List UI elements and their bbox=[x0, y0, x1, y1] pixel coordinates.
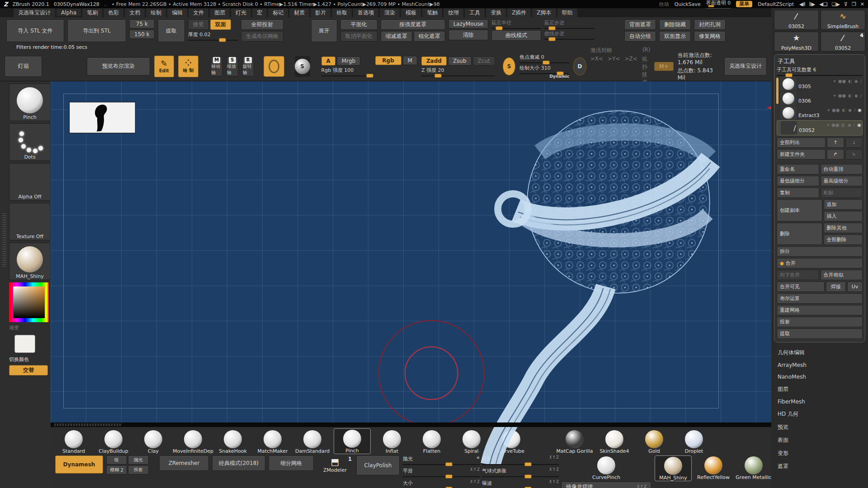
move-out-button[interactable]: ↱ bbox=[827, 149, 844, 160]
polypaint-icon[interactable]: ●● bbox=[838, 79, 846, 84]
difference-icon[interactable]: ◐ bbox=[841, 122, 845, 127]
menu-item[interactable]: 渲染 bbox=[380, 9, 400, 17]
menu-item[interactable]: 纹理 bbox=[443, 9, 463, 17]
subtool-thumbnail[interactable] bbox=[780, 77, 797, 91]
subtool-row-icons[interactable]: ▾ ●● ◐ ◆ ∕ bbox=[798, 93, 862, 98]
polypaint-icon[interactable]: ●● bbox=[831, 122, 839, 127]
activate-symmetry-button[interactable]: 激活对称 bbox=[590, 47, 612, 54]
ui-transparency-slider[interactable]: 界面透明 0 bbox=[706, 0, 731, 9]
union-icon[interactable]: ◆ bbox=[848, 122, 851, 127]
project-button[interactable]: 投射 bbox=[128, 465, 149, 474]
union-icon[interactable]: ◆ bbox=[854, 79, 858, 84]
difference-icon[interactable]: ◐ bbox=[842, 108, 846, 113]
polypaint-icon[interactable]: ●● bbox=[832, 108, 840, 113]
subtract-icon[interactable]: ∕ bbox=[860, 79, 862, 84]
lowest-subdiv-button[interactable]: 最低级细分 bbox=[777, 176, 819, 186]
subtract-icon[interactable]: ∕ bbox=[854, 108, 855, 113]
deformation-slider[interactable]: 噪波X Y Z bbox=[482, 480, 559, 488]
fold-icon[interactable]: ▾ bbox=[834, 79, 836, 84]
next-doc-icon[interactable]: ❏▶ bbox=[832, 1, 840, 7]
mirror-and-weld-button[interactable]: 镜像并焊接 X Y Z bbox=[561, 482, 651, 488]
edit-button[interactable]: ✎ Edit bbox=[154, 56, 174, 77]
draw-size-slider[interactable]: 绘制大小 310 Dynamic bbox=[519, 65, 569, 79]
double-sided-button[interactable]: 双面 bbox=[210, 19, 231, 30]
menu-item[interactable]: 标记 bbox=[268, 9, 288, 17]
new-folder-button[interactable]: 新建文件夹 bbox=[777, 149, 826, 160]
menu-item[interactable]: 材质 bbox=[289, 9, 309, 17]
menu-item[interactable]: 模板 bbox=[401, 9, 421, 17]
move-up-button[interactable]: ↑ bbox=[827, 137, 844, 148]
thickness-slider[interactable]: 厚度 0.02 bbox=[188, 31, 238, 41]
merge-button[interactable]: ●合并 bbox=[777, 258, 863, 268]
subtool-row-icons[interactable]: ▾ ●● ◐ ◆ ∕ bbox=[798, 79, 862, 84]
eye-icon[interactable]: ◉ bbox=[857, 122, 861, 127]
merge-visible-button[interactable]: 合并可见 bbox=[777, 282, 825, 292]
subtool-scrollbar[interactable] bbox=[776, 78, 778, 104]
menu-item[interactable]: 色彩 bbox=[104, 9, 123, 17]
eye-icon[interactable]: ◉ bbox=[858, 108, 862, 113]
menu-item[interactable]: 变换 bbox=[486, 9, 506, 17]
menu-item[interactable]: 文件 bbox=[189, 9, 208, 17]
delete-hidden-button[interactable]: 删除隐藏 bbox=[659, 19, 691, 30]
left-tray-toggle-icon[interactable]: ◀⫴ bbox=[799, 1, 805, 7]
deformation-slider[interactable]: 气球式膨胀X Y Z bbox=[482, 468, 559, 477]
color-picker[interactable] bbox=[9, 282, 49, 322]
copy-button[interactable]: 复制 bbox=[777, 188, 819, 198]
rgb-intensity-slider[interactable]: Rgb 强度 100 bbox=[321, 67, 371, 76]
difference-icon[interactable]: ◐ bbox=[848, 79, 852, 84]
rotate-button[interactable]: R 旋转轴 bbox=[242, 56, 254, 76]
menu-item[interactable]: 文档 bbox=[125, 9, 145, 17]
blur-slider[interactable]: 模糊 2 bbox=[106, 465, 127, 474]
subtool-row[interactable]: ▾ ●● ◐ ◆ ∕ ◉ Extract3 bbox=[777, 106, 863, 120]
merge-down-button[interactable]: 向下合并 bbox=[777, 270, 819, 280]
paste-button[interactable]: 粘贴 bbox=[821, 188, 863, 198]
axis-toggle[interactable]: X Y Z bbox=[470, 480, 480, 487]
menu-item[interactable]: 编辑 bbox=[167, 9, 187, 17]
lazy-radius-slider[interactable]: 延迟半径 bbox=[491, 19, 541, 29]
zmodeler-thumbnail[interactable]: 1 ⬒ ZModeler bbox=[317, 455, 353, 473]
palette-section-header[interactable]: HD 几何 bbox=[774, 408, 865, 421]
unwrap-button[interactable]: 展开 bbox=[311, 19, 337, 42]
subtool-thumbnail[interactable] bbox=[780, 92, 797, 105]
menu-item[interactable]: 影片 bbox=[311, 9, 330, 17]
extract-button[interactable]: 提取 bbox=[158, 19, 185, 42]
union-icon[interactable]: ◆ bbox=[848, 108, 852, 113]
menu-item[interactable]: 帮助 bbox=[557, 9, 577, 17]
alternate-button[interactable]: 交替 bbox=[9, 365, 48, 375]
deformation-slider[interactable]: 平滑X Y Z bbox=[403, 468, 480, 477]
restore-icon[interactable]: ❐ bbox=[852, 1, 856, 7]
palette-section-header[interactable]: 变形 bbox=[774, 447, 865, 460]
move-button[interactable]: M 移动轴 bbox=[211, 56, 222, 76]
subtool-row-icons[interactable]: ▾ ●● ◐ ◆ ∕ ◉ bbox=[798, 108, 862, 113]
current-stroke-thumbnail[interactable]: Dots bbox=[9, 123, 51, 161]
tool-slot-active[interactable]: 4 ∕ 03052 bbox=[821, 32, 865, 52]
75k-button[interactable]: 75 k bbox=[129, 19, 155, 28]
150k-button[interactable]: 150 k bbox=[129, 30, 155, 39]
current-alpha-thumbnail[interactable]: Alpha Off bbox=[9, 163, 51, 201]
palette-section-header[interactable]: 图层 bbox=[774, 383, 865, 396]
make-boolean-button[interactable]: 生成布尔网格 bbox=[241, 31, 283, 42]
project-button[interactable]: 投射 bbox=[777, 317, 863, 327]
mesh-repair-button[interactable]: 修复网格 bbox=[694, 31, 726, 42]
mirror-weld-axes[interactable]: X Y Z bbox=[637, 485, 646, 488]
delete-button[interactable]: 删除 bbox=[777, 223, 822, 245]
subtool-row-icons[interactable]: ▾ ●● ◐ ◆ ∕ ◉ bbox=[799, 122, 861, 127]
scale-button[interactable]: S 缩放轴 bbox=[226, 56, 238, 76]
unflatten-button[interactable]: 取消平面化 bbox=[340, 31, 377, 42]
auto-groups-button[interactable]: 自动分组 bbox=[624, 31, 656, 42]
double-display-button[interactable]: 双面显示 bbox=[659, 31, 691, 42]
lightbox-button[interactable]: 灯箱 bbox=[5, 56, 42, 77]
subtool-title[interactable]: 子工具 bbox=[778, 57, 863, 66]
m-button[interactable]: M bbox=[403, 56, 417, 65]
rgb-button[interactable]: Rgb bbox=[375, 56, 401, 65]
current-material-thumbnail[interactable]: MAH_Shiny bbox=[9, 243, 51, 280]
backface-mask-button[interactable]: 背面遮罩 bbox=[624, 19, 656, 30]
left-tray-divider[interactable] bbox=[0, 81, 9, 488]
palette-section-header[interactable]: ArrayMesh bbox=[774, 359, 865, 371]
color-picker-sv-square[interactable] bbox=[13, 286, 45, 318]
import-stl-button[interactable]: 导入 STL 文件 bbox=[6, 19, 64, 42]
subtool-row[interactable]: ▾ ●● ◐ ◆ ∕ 0306 bbox=[777, 91, 863, 106]
mask-by-intensity-button[interactable]: 按强度遮罩 bbox=[381, 19, 445, 30]
stroke-type-button[interactable]: S bbox=[295, 56, 310, 77]
remesh-button[interactable]: 重建网格 bbox=[777, 305, 863, 315]
